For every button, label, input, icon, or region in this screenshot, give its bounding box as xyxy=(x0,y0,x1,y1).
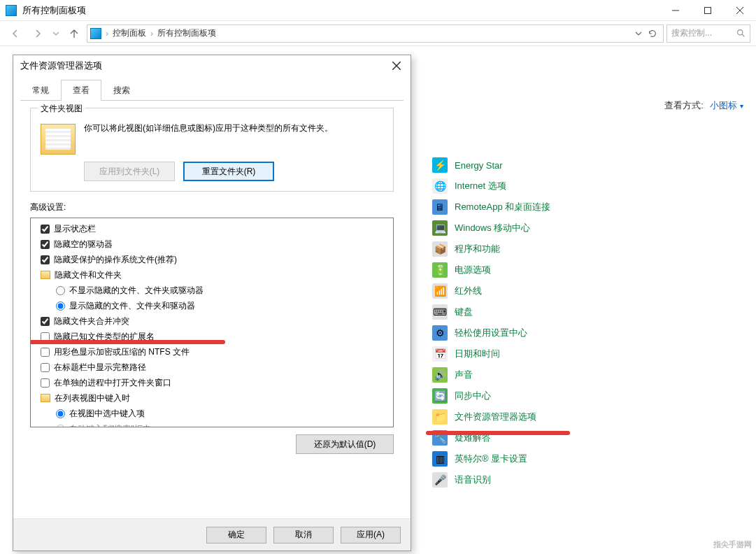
control-panel-item[interactable]: 🔄同步中心 xyxy=(432,385,550,406)
item-icon: 🌐 xyxy=(432,178,448,194)
item-icon: 📅 xyxy=(432,346,448,362)
item-label: RemoteApp 和桌面连接 xyxy=(455,201,550,213)
item-label: Internet 选项 xyxy=(455,180,506,192)
folder-view-group: 文件夹视图 你可以将此视图(如详细信息或图标)应用于这种类型的所有文件夹。 应用… xyxy=(30,108,394,192)
folder-view-text: 你可以将此视图(如详细信息或图标)应用于这种类型的所有文件夹。 xyxy=(84,121,383,155)
item-icon: ⚡ xyxy=(432,157,448,173)
item-label: 声音 xyxy=(455,369,473,381)
folder-options-dialog: 文件资源管理器选项 常规 查看 搜索 文件夹视图 你可以将此视图(如详细信息或图… xyxy=(13,55,411,551)
tab-search[interactable]: 搜索 xyxy=(101,80,142,101)
forward-button[interactable] xyxy=(28,24,48,43)
tree-label: 在列表视图中键入时 xyxy=(55,390,130,406)
tab-view[interactable]: 查看 xyxy=(61,80,101,101)
cancel-button[interactable]: 取消 xyxy=(273,527,334,544)
item-label: 红外线 xyxy=(455,285,482,297)
breadcrumb-item[interactable]: 所有控制面板项 xyxy=(157,27,216,39)
tree-label: 显示状态栏 xyxy=(54,221,96,236)
group-legend: 文件夹视图 xyxy=(38,103,85,115)
item-label: 电源选项 xyxy=(455,264,491,276)
breadcrumb-sep: › xyxy=(106,29,108,38)
tree-label: 用彩色显示加密或压缩的 NTFS 文件 xyxy=(54,344,190,360)
control-panel-item[interactable]: ⚡Energy Star xyxy=(432,155,550,176)
breadcrumb-sep: › xyxy=(150,29,153,38)
tree-label: 自动键入到"搜索"框中 xyxy=(69,421,151,427)
tree-label: 在标题栏中显示完整路径 xyxy=(54,360,146,375)
search-icon xyxy=(736,29,746,38)
item-label: Windows 移动中心 xyxy=(455,222,530,234)
folder-icon xyxy=(41,271,50,279)
control-panel-item[interactable]: 📦程序和功能 xyxy=(432,239,550,260)
control-panel-item[interactable]: 🎤语音识别 xyxy=(432,469,550,490)
ok-button[interactable]: 确定 xyxy=(206,527,266,544)
radio-dont-show-hidden[interactable] xyxy=(56,286,65,295)
svg-rect-1 xyxy=(705,7,711,13)
radio-show-hidden[interactable] xyxy=(56,301,65,311)
item-icon: ▥ xyxy=(432,451,448,467)
apply-to-folders-button[interactable]: 应用到文件夹(L) xyxy=(84,162,175,181)
control-panel-item[interactable]: ⚙轻松使用设置中心 xyxy=(432,322,550,343)
dropdown-icon[interactable] xyxy=(635,30,642,37)
checkbox-hide-merge-conflicts[interactable] xyxy=(41,317,50,326)
checkbox-show-status-bar[interactable] xyxy=(41,225,50,234)
control-panel-item[interactable]: 📁文件资源管理器选项 xyxy=(432,406,550,427)
item-label: 同步中心 xyxy=(455,390,491,402)
maximize-button[interactable] xyxy=(692,0,724,21)
control-panel-item[interactable]: 💻Windows 移动中心 xyxy=(432,218,550,239)
refresh-icon[interactable] xyxy=(648,29,657,38)
address-bar[interactable]: › 控制面板 › 所有控制面板项 xyxy=(87,24,664,43)
item-icon: 📶 xyxy=(432,283,448,299)
item-label: 键盘 xyxy=(455,306,473,318)
watermark: 指尖手游网 xyxy=(713,539,752,550)
checkbox-hide-empty-drives[interactable] xyxy=(41,240,50,249)
item-icon: 🎤 xyxy=(432,472,448,488)
recent-dropdown[interactable] xyxy=(50,24,62,43)
radio-select-typed[interactable] xyxy=(56,409,65,418)
dialog-titlebar: 文件资源管理器选项 xyxy=(13,55,411,76)
window-titlebar: 所有控制面板项 xyxy=(0,0,756,21)
tree-label: 在单独的进程中打开文件夹窗口 xyxy=(54,375,171,390)
checkbox-hide-protected-os[interactable] xyxy=(41,255,50,264)
up-button[interactable] xyxy=(64,24,84,43)
window-title: 所有控制面板项 xyxy=(22,4,659,17)
item-label: 日期和时间 xyxy=(455,348,500,360)
close-button[interactable] xyxy=(724,0,756,21)
item-icon: 💻 xyxy=(432,220,448,236)
control-panel-list: ⚡Energy Star🌐Internet 选项🖥RemoteApp 和桌面连接… xyxy=(432,155,550,490)
control-panel-item[interactable]: 🔋电源选项 xyxy=(432,260,550,280)
view-mode-link[interactable]: 小图标 ▾ xyxy=(710,100,743,111)
item-icon: 🔋 xyxy=(432,262,448,278)
dialog-title: 文件资源管理器选项 xyxy=(20,59,390,72)
reset-folders-button[interactable]: 重置文件夹(R) xyxy=(183,162,274,181)
checkbox-color-encrypted[interactable] xyxy=(41,348,50,357)
control-panel-item[interactable]: 🔊声音 xyxy=(432,364,550,385)
control-panel-item[interactable]: 🌐Internet 选项 xyxy=(432,176,550,197)
checkbox-show-full-path[interactable] xyxy=(41,363,50,372)
apply-button[interactable]: 应用(A) xyxy=(341,527,401,544)
control-panel-item[interactable]: ▥英特尔® 显卡设置 xyxy=(432,448,550,469)
dialog-close-button[interactable] xyxy=(390,59,404,73)
checkbox-separate-process[interactable] xyxy=(41,378,50,388)
tree-label: 显示隐藏的文件、文件夹和驱动器 xyxy=(69,298,195,313)
breadcrumb-item[interactable]: 控制面板 xyxy=(113,27,146,39)
radio-auto-typed[interactable] xyxy=(56,425,65,428)
item-label: 英特尔® 显卡设置 xyxy=(455,453,527,465)
minimize-button[interactable] xyxy=(659,0,692,21)
tab-general[interactable]: 常规 xyxy=(20,80,61,101)
control-panel-item[interactable]: 📶红外线 xyxy=(432,280,550,301)
back-button[interactable] xyxy=(6,24,25,43)
control-panel-item[interactable]: 📅日期和时间 xyxy=(432,343,550,364)
advanced-settings-tree[interactable]: 显示状态栏 隐藏空的驱动器 隐藏受保护的操作系统文件(推荐) 隐藏文件和文件夹 … xyxy=(30,218,394,427)
item-label: 轻松使用设置中心 xyxy=(455,327,527,339)
item-icon: ⌨ xyxy=(432,304,448,320)
tree-label: 不显示隐藏的文件、文件夹或驱动器 xyxy=(69,283,204,298)
search-input[interactable]: 搜索控制... xyxy=(666,24,750,43)
control-panel-item[interactable]: 🖥RemoteApp 和桌面连接 xyxy=(432,197,550,218)
item-icon: 🖥 xyxy=(432,199,448,215)
control-panel-icon xyxy=(90,28,101,39)
restore-defaults-button[interactable]: 还原为默认值(D) xyxy=(296,434,394,454)
advanced-settings-label: 高级设置: xyxy=(30,201,394,213)
svg-line-5 xyxy=(742,34,744,36)
navigation-bar: › 控制面板 › 所有控制面板项 搜索控制... xyxy=(0,21,756,46)
control-panel-item[interactable]: ⌨键盘 xyxy=(432,301,550,322)
control-panel-icon xyxy=(6,5,17,16)
